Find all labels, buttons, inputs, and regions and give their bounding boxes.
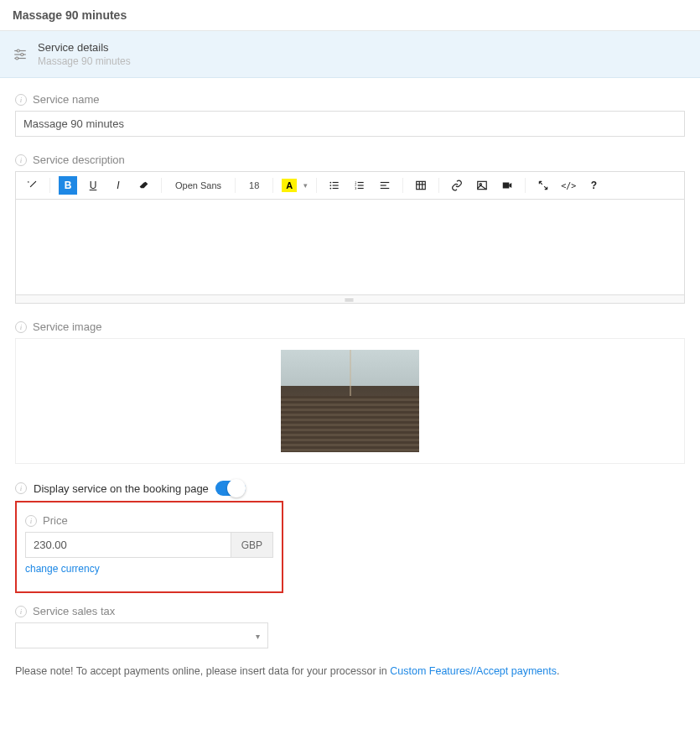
- section-header: Service details Massage 90 minutes: [0, 31, 700, 78]
- svg-rect-9: [333, 185, 339, 185]
- editor-resize-handle[interactable]: ═: [15, 295, 685, 304]
- note-suffix: .: [557, 665, 559, 677]
- svg-point-3: [21, 53, 23, 55]
- change-currency-link[interactable]: change currency: [25, 563, 100, 575]
- magic-wand-icon[interactable]: [23, 176, 41, 195]
- display-booking-toggle[interactable]: [215, 481, 246, 496]
- svg-rect-17: [358, 188, 364, 189]
- field-service-description: i Service description B U I Open Sans 18…: [15, 154, 685, 304]
- info-icon[interactable]: i: [15, 94, 27, 106]
- info-icon[interactable]: i: [15, 482, 27, 494]
- toolbar-separator: [316, 178, 317, 193]
- settings-sliders-icon: [13, 47, 28, 62]
- label-service-image: Service image: [33, 320, 101, 333]
- bold-button[interactable]: B: [59, 176, 77, 195]
- field-sales-tax: i Service sales tax ▾: [15, 605, 685, 648]
- price-highlight-box: i Price GBP change currency: [15, 501, 283, 593]
- info-icon[interactable]: i: [15, 606, 27, 617]
- svg-rect-13: [358, 182, 364, 183]
- unordered-list-icon[interactable]: [325, 176, 344, 195]
- section-title: Service details: [38, 41, 131, 54]
- svg-rect-21: [417, 181, 426, 189]
- price-input[interactable]: [25, 532, 231, 558]
- field-display-booking: i Display service on the booking page: [15, 481, 685, 496]
- label-service-name: Service name: [33, 93, 99, 106]
- toolbar-separator: [49, 178, 50, 193]
- code-view-icon[interactable]: </>: [559, 176, 578, 195]
- note-prefix: Please note! To accept payments online, …: [15, 665, 390, 677]
- label-sales-tax: Service sales tax: [33, 605, 115, 617]
- svg-point-5: [16, 57, 18, 60]
- svg-rect-27: [503, 183, 510, 189]
- label-service-description: Service description: [33, 154, 125, 166]
- content-area: i Service name i Service description B U…: [0, 78, 700, 692]
- toolbar-separator: [402, 178, 403, 193]
- image-icon[interactable]: [473, 176, 491, 195]
- field-service-image: i Service image: [15, 320, 685, 464]
- italic-button[interactable]: I: [109, 176, 127, 195]
- svg-rect-7: [333, 182, 339, 183]
- editor-toolbar: B U I Open Sans 18 A ▾ 123: [15, 171, 685, 199]
- chevron-down-icon[interactable]: ▾: [303, 181, 308, 190]
- label-price: Price: [43, 514, 68, 527]
- svg-point-1: [17, 49, 19, 52]
- font-size-select[interactable]: 18: [244, 180, 264, 190]
- eraser-icon[interactable]: [134, 176, 153, 195]
- field-service-name: i Service name: [15, 93, 685, 137]
- text-color-button[interactable]: A: [282, 179, 297, 192]
- toggle-knob: [227, 479, 246, 497]
- price-currency-label: GBP: [231, 532, 273, 558]
- underline-button[interactable]: U: [84, 176, 102, 195]
- sales-tax-select[interactable]: [15, 622, 268, 648]
- toolbar-separator: [235, 178, 236, 193]
- svg-rect-15: [358, 185, 364, 185]
- svg-rect-20: [381, 188, 390, 189]
- custom-features-link[interactable]: Custom Features//Accept payments: [390, 665, 557, 677]
- section-subtitle: Massage 90 minutes: [38, 55, 131, 67]
- toolbar-separator: [272, 178, 273, 193]
- link-icon[interactable]: [448, 176, 466, 195]
- info-icon[interactable]: i: [15, 154, 27, 166]
- fullscreen-icon[interactable]: [534, 176, 552, 195]
- toolbar-separator: [438, 178, 439, 193]
- video-icon[interactable]: [498, 176, 516, 195]
- page-title: Massage 90 minutes: [0, 0, 700, 31]
- table-icon[interactable]: [412, 176, 430, 195]
- payments-note: Please note! To accept payments online, …: [15, 665, 685, 677]
- svg-text:3: 3: [355, 187, 356, 190]
- toolbar-separator: [525, 178, 526, 193]
- info-icon[interactable]: i: [15, 321, 27, 333]
- align-icon[interactable]: [376, 176, 394, 195]
- info-icon[interactable]: i: [25, 515, 37, 527]
- svg-point-6: [330, 182, 332, 184]
- service-image-preview[interactable]: [15, 338, 685, 464]
- editor-textarea[interactable]: [15, 199, 685, 295]
- svg-rect-11: [333, 188, 339, 189]
- help-icon[interactable]: ?: [584, 176, 603, 195]
- service-image-thumb: [281, 350, 419, 452]
- label-display-booking: Display service on the booking page: [34, 482, 209, 495]
- svg-rect-19: [381, 185, 386, 185]
- svg-marker-28: [510, 183, 512, 188]
- svg-point-8: [330, 185, 332, 186]
- ordered-list-icon[interactable]: 123: [350, 176, 369, 195]
- svg-rect-18: [381, 182, 390, 183]
- service-name-input[interactable]: [15, 111, 685, 137]
- font-family-select[interactable]: Open Sans: [170, 180, 226, 190]
- svg-point-10: [330, 188, 332, 190]
- toolbar-separator: [161, 178, 162, 193]
